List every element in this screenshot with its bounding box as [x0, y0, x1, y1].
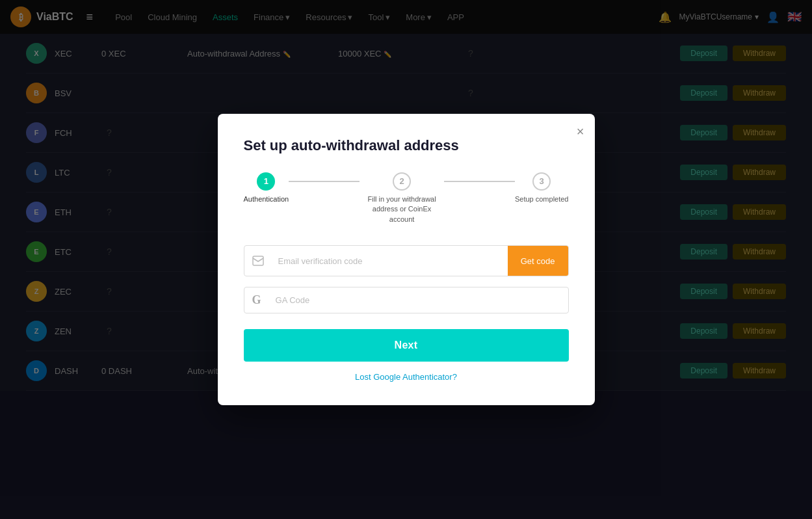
step-2-label: Fill in your withdrawal address or CoinE… [360, 194, 444, 224]
ga-input-wrapper: G [244, 287, 569, 313]
step-3-label: Setup completed [515, 194, 569, 204]
modal-title: Set up auto-withdrawal address [244, 137, 569, 154]
email-icon [244, 256, 272, 266]
email-verification-input[interactable] [272, 248, 508, 274]
get-code-button[interactable]: Get code [508, 246, 568, 276]
email-verification-group: Get code [244, 245, 569, 276]
ga-icon: G [244, 293, 269, 307]
modal-overlay[interactable]: × Set up auto-withdrawal address 1 Authe… [0, 0, 812, 519]
next-button[interactable]: Next [244, 329, 569, 362]
lost-ga-link[interactable]: Lost Google Authenticator? [244, 372, 569, 382]
step-connector-1-2 [289, 181, 360, 182]
step-2-circle: 2 [393, 172, 411, 191]
step-2: 2 Fill in your withdrawal address or Coi… [360, 172, 444, 224]
step-1-circle: 1 [257, 172, 275, 191]
ga-code-group: G [244, 287, 569, 313]
step-1: 1 Authentication [244, 172, 289, 204]
step-1-label: Authentication [244, 194, 289, 204]
svg-rect-0 [253, 256, 263, 265]
modal: × Set up auto-withdrawal address 1 Authe… [218, 114, 595, 405]
step-3-circle: 3 [532, 172, 551, 191]
ga-code-input[interactable] [269, 287, 568, 313]
email-input-wrapper: Get code [244, 245, 569, 276]
step-connector-2-3 [444, 181, 515, 182]
steps-indicator: 1 Authentication 2 Fill in your withdraw… [244, 172, 569, 224]
modal-close-button[interactable]: × [577, 124, 584, 139]
step-3: 3 Setup completed [515, 172, 569, 204]
